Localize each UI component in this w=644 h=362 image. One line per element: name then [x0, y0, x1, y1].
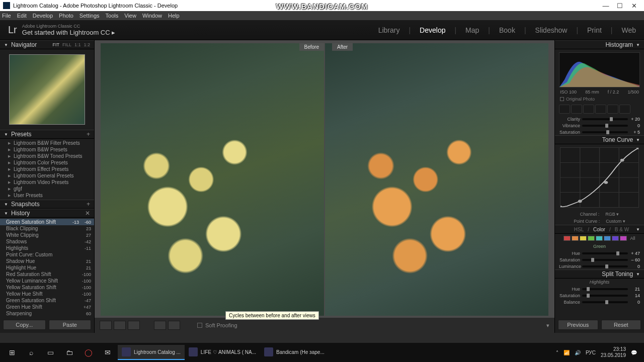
- preset-folder[interactable]: ▶Lightroom B&W Presets: [0, 146, 94, 153]
- module-web[interactable]: Web: [621, 26, 636, 34]
- history-step[interactable]: Red Saturation Shift-100: [0, 271, 94, 278]
- history-step[interactable]: Yellow Hue Shift-100: [0, 291, 94, 297]
- history-step[interactable]: White Clipping27: [0, 232, 94, 238]
- taskbar-app[interactable]: Lightroom Catalog ...: [118, 345, 185, 360]
- history-step[interactable]: Highlight Hue21: [0, 264, 94, 271]
- redeye-tool[interactable]: [583, 105, 594, 114]
- slider-vibrance[interactable]: Vibrance0: [555, 122, 644, 129]
- menu-photo[interactable]: Photo: [59, 13, 73, 19]
- history-step[interactable]: Shadows-42: [0, 238, 94, 245]
- spot-tool[interactable]: [571, 105, 582, 114]
- original-photo-toggle[interactable]: Original Photo: [555, 96, 644, 103]
- color-swatch[interactable]: [596, 236, 603, 241]
- tone-curve[interactable]: [560, 147, 639, 208]
- module-print[interactable]: Print: [587, 26, 602, 34]
- soft-proofing-toggle[interactable]: Soft Proofing: [197, 322, 237, 328]
- splittoning-header[interactable]: Split Toning▼: [555, 269, 644, 279]
- color-swatch[interactable]: [604, 236, 611, 241]
- color-swatch[interactable]: [620, 236, 627, 241]
- search-icon[interactable]: ⌕: [22, 345, 40, 360]
- snapshots-header[interactable]: ▼Snapshots+: [0, 200, 94, 209]
- gradient-tool[interactable]: [595, 105, 606, 114]
- history-step[interactable]: Green Saturation Shift-47: [0, 297, 94, 304]
- reset-button[interactable]: Reset: [601, 320, 641, 330]
- slider-balance[interactable]: Balance0: [555, 299, 644, 305]
- preset-folder[interactable]: ▶Lightroom Effect Presets: [0, 166, 94, 172]
- pointcurve-select[interactable]: Custom ▾: [606, 219, 625, 224]
- histogram-header[interactable]: Histogram▼: [555, 40, 644, 49]
- crop-tool[interactable]: [559, 105, 570, 114]
- module-library[interactable]: Library: [378, 26, 400, 34]
- mail-icon[interactable]: ✉: [99, 345, 117, 360]
- network-icon[interactable]: 📶: [564, 350, 570, 355]
- after-image[interactable]: After: [325, 43, 548, 316]
- history-step[interactable]: Point Curve: Custom: [0, 251, 94, 258]
- browser-icon[interactable]: ◯: [79, 345, 98, 360]
- start-button[interactable]: ⊞: [3, 345, 21, 360]
- maximize-button[interactable]: ☐: [613, 2, 627, 10]
- taskbar-app[interactable]: Bandicam (Не заре...: [260, 345, 329, 360]
- nav-zoom-fill[interactable]: FILL: [62, 42, 71, 47]
- history-step[interactable]: Green Hue Shift+47: [0, 304, 94, 310]
- swap-button[interactable]: [154, 321, 166, 330]
- menu-window[interactable]: Window: [142, 13, 162, 19]
- module-slideshow[interactable]: Slideshow: [535, 26, 568, 34]
- preset-folder[interactable]: ▶User Presets: [0, 192, 94, 199]
- history-step[interactable]: Yellow Luminance Shift-100: [0, 278, 94, 284]
- color-swatch[interactable]: [572, 236, 579, 241]
- radial-tool[interactable]: [607, 105, 618, 114]
- menu-develop[interactable]: Develop: [33, 13, 53, 19]
- slider-saturation[interactable]: Saturation– 60: [555, 256, 644, 263]
- menu-help[interactable]: Help: [168, 13, 180, 19]
- slider-saturation[interactable]: Saturation14: [555, 292, 644, 299]
- history-step[interactable]: Green Saturation Shift-13-60: [0, 219, 94, 225]
- taskbar-app[interactable]: LIFE ♡ ANIMALS ( NA...: [185, 345, 260, 360]
- navigator-thumbnail[interactable]: [0, 49, 94, 130]
- tonecurve-header[interactable]: Tone Curve▼: [555, 135, 644, 144]
- preset-folder[interactable]: ▶Lightroom Video Presets: [0, 179, 94, 186]
- menu-settings[interactable]: Settings: [79, 13, 100, 19]
- history-step[interactable]: Yellow Saturation Shift-100: [0, 284, 94, 291]
- slider-saturation[interactable]: Saturation+ 5: [555, 129, 644, 135]
- brush-tool[interactable]: [619, 105, 630, 114]
- close-button[interactable]: ✕: [627, 2, 641, 10]
- history-step[interactable]: Highlights-11: [0, 245, 94, 251]
- preset-folder[interactable]: ▶Lightroom B&W Toned Presets: [0, 153, 94, 159]
- paste-button[interactable]: Paste: [49, 320, 92, 330]
- color-all[interactable]: All: [630, 236, 635, 241]
- before-image[interactable]: Before: [101, 43, 324, 316]
- history-header[interactable]: ▼History✕: [0, 209, 94, 218]
- explorer-icon[interactable]: 🗀: [60, 345, 78, 360]
- color-swatch[interactable]: [564, 236, 571, 241]
- nav-zoom-1:1[interactable]: 1:1: [74, 42, 81, 47]
- nav-zoom-fit[interactable]: FIT: [52, 42, 59, 47]
- language-indicator[interactable]: РУС: [586, 350, 596, 355]
- module-book[interactable]: Book: [499, 26, 515, 34]
- preset-folder[interactable]: ▶Lightroom General Presets: [0, 172, 94, 179]
- minimize-button[interactable]: —: [599, 2, 613, 10]
- before-after-button[interactable]: [128, 321, 140, 330]
- nav-zoom-1:2[interactable]: 1:2: [84, 42, 90, 47]
- taskview-icon[interactable]: ▭: [41, 345, 59, 360]
- history-step[interactable]: Shadow Hue21: [0, 258, 94, 264]
- color-swatch[interactable]: [612, 236, 619, 241]
- presets-header[interactable]: ▼Presets+: [0, 130, 94, 139]
- preset-folder[interactable]: ▶gfgf: [0, 186, 94, 192]
- get-started-link[interactable]: Get started with Lightroom CC ▸: [22, 29, 115, 36]
- history-step[interactable]: Sharpening60: [0, 310, 94, 317]
- preset-folder[interactable]: ▶Lightroom B&W Filter Presets: [0, 140, 94, 146]
- slider-hue[interactable]: Hue21: [555, 286, 644, 292]
- loupe-view-button[interactable]: [100, 321, 112, 330]
- copy-button[interactable]: Copy...: [3, 320, 46, 330]
- notifications-icon[interactable]: 💬: [631, 350, 637, 355]
- toolbar-menu-icon[interactable]: ▾: [546, 322, 549, 329]
- color-swatch[interactable]: [588, 236, 595, 241]
- slider-hue[interactable]: Hue+ 47: [555, 250, 644, 256]
- menu-view[interactable]: View: [124, 13, 136, 19]
- slider-luminance[interactable]: Luminance0: [555, 263, 644, 269]
- previous-button[interactable]: Previous: [558, 320, 598, 330]
- compare-view-button[interactable]: [114, 321, 126, 330]
- color-swatch[interactable]: [580, 236, 587, 241]
- channel-select[interactable]: RGB ▾: [605, 212, 619, 217]
- tray-chevron-icon[interactable]: ˄: [556, 350, 558, 355]
